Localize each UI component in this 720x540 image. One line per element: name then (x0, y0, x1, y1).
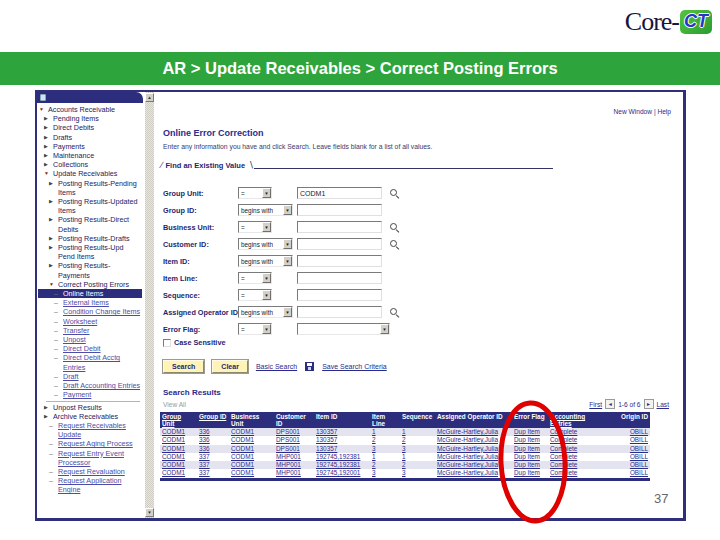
result-cell-link[interactable]: Dup Item (512, 428, 548, 436)
operator-dropdown[interactable]: =▼ (238, 272, 272, 284)
previous-page-icon[interactable]: ◄ (605, 399, 615, 409)
result-cell-link[interactable]: 337 (197, 453, 229, 461)
sidebar-item[interactable]: ▶Posting Results-Upd Pend Items (38, 243, 142, 261)
result-cell-link[interactable]: McGuire-Hartley,Julia (435, 445, 512, 453)
collapsed-triangle-icon[interactable]: ▶ (49, 197, 56, 215)
sidebar-item[interactable]: –Draft Accounting Entries (38, 381, 142, 390)
case-sensitive-checkbox[interactable] (163, 339, 171, 347)
result-cell-link[interactable]: McGuire-Hartley,Julia (435, 436, 512, 444)
sidebar-item[interactable]: –Request Application Engine (38, 476, 142, 494)
result-cell-link[interactable]: 2 (400, 436, 435, 444)
result-cell-link[interactable]: Dup Item (512, 461, 548, 469)
expanded-triangle-icon[interactable]: ▼ (39, 105, 46, 114)
operator-dropdown[interactable]: =▼ (238, 187, 272, 199)
result-cell-link[interactable]: McGuire-Hartley,Julia (435, 453, 512, 461)
sidebar-item[interactable]: ▶Drafts (38, 133, 142, 142)
field-input[interactable] (297, 221, 382, 233)
collapsed-triangle-icon[interactable]: ▶ (44, 142, 51, 151)
result-cell-link[interactable]: 337 (197, 461, 229, 469)
field-select[interactable]: ▼ (297, 323, 390, 335)
result-cell-link[interactable]: CODM1 (160, 436, 197, 444)
help-link[interactable]: Help (657, 108, 671, 115)
result-cell-link[interactable]: 1 (400, 428, 435, 436)
result-cell-link[interactable]: CODM1 (229, 436, 274, 444)
sidebar-item[interactable]: ▶Posting Results-Drafts (38, 234, 142, 243)
sidebar-item[interactable]: ▼Correct Posting Errors (38, 280, 142, 289)
search-button[interactable]: Search (163, 360, 204, 373)
lookup-magnifier-icon[interactable] (389, 222, 400, 233)
chevron-down-icon[interactable]: ▼ (262, 273, 271, 283)
column-header[interactable]: Accounting Entries (548, 412, 594, 428)
sidebar-item[interactable]: ▶Posting Results-Pending Items (38, 179, 142, 197)
result-cell-link[interactable]: OBILL (594, 469, 650, 479)
operator-dropdown[interactable]: begins with▼ (238, 306, 293, 318)
sidebar-item[interactable]: –Condition Change Items (38, 307, 142, 316)
result-cell-link[interactable]: DPS001 (274, 445, 314, 453)
result-cell-link[interactable]: Dup Item (512, 445, 548, 453)
basic-search-link[interactable]: Basic Search (256, 363, 297, 370)
sidebar-item[interactable]: ▶Collections (38, 160, 142, 169)
result-cell-link[interactable]: OBILL (594, 453, 650, 461)
sidebar-item[interactable]: ▶Posting Results-Updated Items (38, 197, 142, 215)
result-cell-link[interactable]: Dup Item (512, 436, 548, 444)
sidebar-item[interactable]: –External Items (38, 298, 142, 307)
sidebar-item[interactable]: ▶Payments (38, 142, 142, 151)
first-page-link[interactable]: First (589, 401, 602, 408)
clear-button[interactable]: Clear (212, 360, 248, 373)
result-cell-link[interactable]: CODM1 (160, 428, 197, 436)
result-cell-link[interactable]: 3 (400, 445, 435, 453)
scroll-down-icon[interactable]: ▼ (145, 508, 154, 517)
lookup-magnifier-icon[interactable] (389, 188, 400, 199)
chevron-down-icon[interactable]: ▼ (283, 239, 292, 249)
sidebar-item[interactable]: –Request Aging Process (38, 439, 142, 448)
chevron-down-icon[interactable]: ▼ (283, 307, 292, 317)
operator-dropdown[interactable]: begins with▼ (238, 204, 293, 216)
collapsed-triangle-icon[interactable]: ▶ (49, 179, 56, 197)
result-cell-link[interactable]: McGuire-Hartley,Julia (435, 469, 512, 479)
operator-dropdown[interactable]: =▼ (238, 289, 272, 301)
sidebar-item[interactable]: ▼Update Receivables (38, 169, 142, 178)
operator-dropdown[interactable]: =▼ (238, 323, 272, 335)
result-cell-link[interactable]: 192745,192381 (314, 461, 370, 469)
save-search-criteria-link[interactable]: Save Search Criteria (322, 363, 387, 370)
tab-find-existing-value[interactable]: Find an Existing Value (163, 161, 249, 170)
sidebar-item[interactable]: ▶Maintenance (38, 151, 142, 160)
collapsed-triangle-icon[interactable]: ▶ (49, 215, 56, 233)
chevron-down-icon[interactable]: ▼ (262, 290, 271, 300)
result-cell-link[interactable]: Complete (548, 461, 594, 469)
sidebar-item[interactable]: ▶Unpost Results (38, 403, 142, 412)
new-window-link[interactable]: New Window (614, 108, 652, 115)
result-cell-link[interactable]: 2 (370, 436, 400, 444)
column-header[interactable]: Group ID (197, 412, 229, 428)
next-page-icon[interactable]: ► (644, 399, 654, 409)
result-cell-link[interactable]: Complete (548, 445, 594, 453)
result-cell-link[interactable]: 192745,192381 (314, 453, 370, 461)
result-cell-link[interactable]: DPS001 (274, 428, 314, 436)
result-cell-link[interactable]: Dup Item (512, 469, 548, 479)
sidebar-item[interactable]: –Draft (38, 372, 142, 381)
collapsed-triangle-icon[interactable]: ▶ (44, 151, 51, 160)
result-cell-link[interactable]: CODM1 (160, 453, 197, 461)
result-cell-link[interactable]: MHP001 (274, 469, 314, 479)
sidebar-item[interactable]: –Online Items (38, 289, 142, 298)
operator-dropdown[interactable]: begins with▼ (238, 238, 293, 250)
sidebar-item[interactable]: –Direct Debit (38, 344, 142, 353)
last-page-link[interactable]: Last (657, 401, 669, 408)
chevron-down-icon[interactable]: ▼ (262, 222, 271, 232)
result-cell-link[interactable]: 192745,192001 (314, 469, 370, 479)
sidebar-item[interactable]: ▶Archive Receivables (38, 412, 142, 421)
result-cell-link[interactable]: 336 (197, 436, 229, 444)
lookup-magnifier-icon[interactable] (389, 239, 400, 250)
result-cell-link[interactable]: CODM1 (160, 461, 197, 469)
result-cell-link[interactable]: 130357 (314, 445, 370, 453)
result-cell-link[interactable]: 3 (370, 469, 400, 479)
collapsed-triangle-icon[interactable]: ▶ (44, 412, 51, 421)
field-input[interactable] (297, 306, 382, 318)
sidebar-item[interactable]: ▶Pending Items (38, 114, 142, 123)
result-cell-link[interactable]: MHP001 (274, 453, 314, 461)
operator-dropdown[interactable]: begins with▼ (238, 255, 293, 267)
field-input[interactable] (297, 238, 382, 250)
collapsed-triangle-icon[interactable]: ▶ (49, 234, 56, 243)
result-cell-link[interactable]: 2 (400, 461, 435, 469)
result-cell-link[interactable]: Dup Item (512, 453, 548, 461)
